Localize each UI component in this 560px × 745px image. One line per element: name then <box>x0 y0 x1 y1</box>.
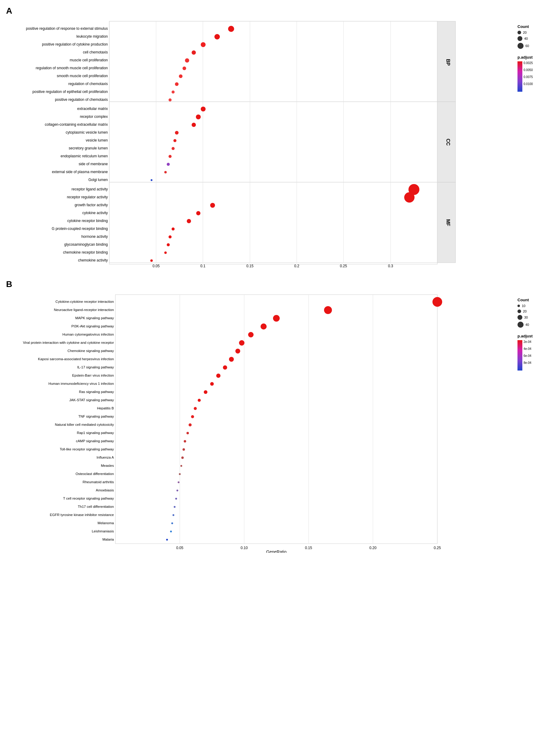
b-x-tick-005: 0.05 <box>176 546 184 550</box>
padjust-gradient-b <box>518 340 522 370</box>
bp-dot-4 <box>179 74 183 78</box>
mf-dot-8 <box>210 203 215 208</box>
b-term-18: JAK-STAT signaling pathway <box>69 398 114 402</box>
panel-a-label: A <box>6 6 554 16</box>
mf-term-10: receptor ligand activity <box>72 187 108 191</box>
bp-dot-9 <box>215 34 220 39</box>
cc-dot-6 <box>173 139 176 142</box>
count-label-60: 60 <box>525 44 529 48</box>
b-dot-11 <box>181 456 184 459</box>
padjust-label-0100: 0.0100 <box>524 82 533 86</box>
panel-b-label: B <box>6 280 554 289</box>
cc-dot-7 <box>175 131 178 134</box>
b-dot-10 <box>180 465 182 467</box>
count-legend-a: Count 20 40 60 <box>518 24 554 49</box>
svg-rect-2 <box>109 102 437 182</box>
cc-dot-1 <box>151 179 153 181</box>
b-dot-1 <box>166 539 168 541</box>
b-dot-3 <box>171 522 173 524</box>
bp-term-10: positive regulation of response to exter… <box>26 26 108 31</box>
bp-term-1: positive regulation of chemotaxis <box>55 97 108 102</box>
b-dot-8 <box>178 481 179 483</box>
b-dot-4 <box>172 514 174 516</box>
padjust-gradient-a <box>518 61 522 92</box>
b-dot-2 <box>170 530 172 532</box>
b-count-circle-20 <box>518 310 521 313</box>
panel-b-chart-legend: Cytokine-cytokine receptor interaction N… <box>6 292 554 553</box>
b-x-tick-020: 0.20 <box>369 546 376 550</box>
b-dot-20 <box>210 382 214 386</box>
b-count-label-40: 40 <box>525 323 529 326</box>
b-dot-17 <box>194 407 197 410</box>
b-count-item-10: 10 <box>518 304 554 307</box>
cc-term-9: receptor complex <box>80 115 108 119</box>
mf-dot-3 <box>167 243 170 246</box>
count-label-40: 40 <box>524 37 528 40</box>
x-tick-005: 0.05 <box>153 264 160 267</box>
cc-term-8: collagen-containing extracellular matrix <box>45 122 108 127</box>
padjust-legend-b-title: p.adjust <box>518 334 554 338</box>
cc-dot-10 <box>201 107 206 111</box>
b-x-tick-015: 0.15 <box>305 546 312 550</box>
mf-term-3: glycosaminoglycan binding <box>64 242 108 247</box>
b-term-13: cAMP signaling pathway <box>76 439 114 443</box>
b-dot-13 <box>184 440 186 443</box>
bp-term-8: positive regulation of cytokine producti… <box>42 42 108 46</box>
padjust-color-row-a: 0.0025 0.0050 0.0075 0.0100 <box>518 61 554 92</box>
b-term-3: Melanoma <box>97 521 114 525</box>
b-term-25: Viral protein interaction with cytokine … <box>23 341 114 345</box>
b-term-4: EGFR tyrosine kinase inhibitor resistanc… <box>50 513 114 517</box>
b-dot-6 <box>175 498 177 499</box>
cc-term-10: extracellular matrix <box>77 107 108 111</box>
cc-term-6: vesicle lumen <box>86 138 108 142</box>
b-dot-25 <box>239 340 244 346</box>
mf-label: MF <box>446 219 451 226</box>
b-dot-7 <box>176 490 178 491</box>
count-legend-b-title: Count <box>518 298 554 302</box>
cc-dot-4 <box>169 155 172 158</box>
bp-dot-5 <box>183 66 186 70</box>
bp-dot-7 <box>192 51 196 55</box>
padjust-labels-b: 2e-04 4e-04 6e-04 8e-04 <box>524 340 531 364</box>
b-term-10: Measles <box>101 464 114 467</box>
bp-term-4: smooth muscle cell proliferation <box>57 74 108 78</box>
padjust-label-0025: 0.0025 <box>524 61 533 65</box>
mf-dot-4 <box>169 235 172 238</box>
padjust-legend-a: p.adjust 0.0025 0.0050 0.0075 0.0100 <box>518 55 554 92</box>
b-dot-29 <box>324 306 332 314</box>
padjust-color-row-b: 2e-04 4e-04 6e-04 8e-04 <box>518 340 554 370</box>
bp-term-7: cell chemotaxis <box>83 50 108 54</box>
b-term-2: Leishmaniasis <box>92 529 114 533</box>
count-item-20: 20 <box>518 31 554 34</box>
count-circle-60 <box>518 43 524 49</box>
panel-a-svg: BP CC MF <box>6 18 462 267</box>
panel-a-chart-legend: BP CC MF <box>6 18 554 267</box>
b-dot-15 <box>189 423 192 426</box>
cc-dot-2 <box>164 171 167 173</box>
panel-b-x-axis-title: GeneRatio <box>266 549 287 553</box>
b-term-5: Th17 cell differentiation <box>78 505 114 509</box>
bp-dot-6 <box>185 58 189 63</box>
panel-b-chart-area: Cytokine-cytokine receptor interaction N… <box>6 292 515 553</box>
b-term-26: Human cytomegalovirus infection <box>63 332 114 336</box>
b-padjust-label-4e4: 4e-04 <box>524 347 531 351</box>
padjust-legend-a-title: p.adjust <box>518 55 554 60</box>
b-term-28: MAPK signaling pathway <box>75 316 114 320</box>
bp-term-2: positive regulation of epithelial cell p… <box>32 90 108 94</box>
cc-dot-5 <box>172 147 175 150</box>
mf-term-4: hormone activity <box>81 234 108 239</box>
b-count-item-40: 40 <box>518 322 554 328</box>
bp-label: BP <box>446 59 451 66</box>
b-count-circle-10 <box>518 304 520 307</box>
bp-dot-8 <box>201 42 206 47</box>
b-dot-23 <box>229 357 234 362</box>
x-tick-025: 0.25 <box>340 264 347 267</box>
panel-a-legend: Count 20 40 60 p.adjust <box>518 18 554 92</box>
b-term-19: Ras signaling pathway <box>79 390 114 394</box>
bp-dot-1 <box>169 98 172 101</box>
svg-rect-3 <box>109 182 437 263</box>
b-term-12: Toll-like receptor signaling pathway <box>60 447 114 451</box>
panel-b-legend: Count 10 20 30 40 <box>518 292 554 370</box>
cc-term-7: cytoplasmic vesicle lumen <box>66 130 108 134</box>
panel-b-svg: Cytokine-cytokine receptor interaction N… <box>6 292 462 553</box>
